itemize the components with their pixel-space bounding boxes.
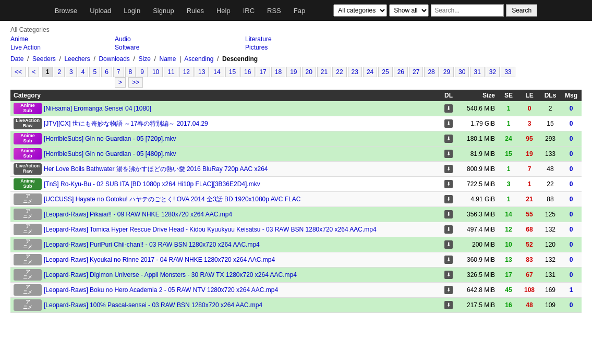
nav-rss[interactable]: RSS xyxy=(267,7,281,15)
category-badge[interactable]: アニメ xyxy=(14,254,42,265)
sort-size[interactable]: Size xyxy=(139,55,151,63)
category-badge[interactable]: LiveActionRaw xyxy=(14,163,42,175)
page-7[interactable]: 7 xyxy=(113,67,124,77)
download-button[interactable]: ⬇ xyxy=(444,195,453,203)
page-18[interactable]: 18 xyxy=(271,67,285,77)
category-badge[interactable]: アニメ xyxy=(14,239,42,250)
download-button[interactable]: ⬇ xyxy=(444,240,453,249)
category-badge[interactable]: LiveActionRaw xyxy=(14,118,42,129)
torrent-title[interactable]: [Leopard-Raws] Digimon Universe - Appli … xyxy=(44,271,297,278)
cat-anime[interactable]: Anime xyxy=(10,35,115,43)
cat-literature[interactable]: Literature xyxy=(245,35,376,43)
page-32[interactable]: 32 xyxy=(486,67,500,77)
nav-upload[interactable]: Upload xyxy=(90,7,111,15)
sort-seeders[interactable]: Seeders xyxy=(32,55,56,63)
nav-login[interactable]: Login xyxy=(124,7,140,15)
page-20[interactable]: 20 xyxy=(302,67,316,77)
torrent-title[interactable]: [Leopard-Raws] 100% Pascal-sensei - 03 R… xyxy=(44,301,262,309)
download-button[interactable]: ⬇ xyxy=(444,225,453,234)
page-13[interactable]: 13 xyxy=(195,67,209,77)
torrent-title[interactable]: [TnS] Ro-Kyu-Bu - 02 SUB ITA [BD 1080p x… xyxy=(44,180,260,188)
page-14[interactable]: 14 xyxy=(210,67,224,77)
torrent-title[interactable]: [Leopard-Raws] Tomica Hyper Rescue Drive… xyxy=(44,226,377,233)
show-select[interactable]: Show all xyxy=(389,4,429,17)
cat-liveaction[interactable]: Live Action xyxy=(10,44,115,51)
category-badge[interactable]: アニメ xyxy=(14,224,42,235)
sort-downloads[interactable]: Downloads xyxy=(99,55,129,63)
page-24[interactable]: 24 xyxy=(363,67,377,77)
nav-signup[interactable]: Signup xyxy=(153,7,174,15)
page-4[interactable]: 4 xyxy=(78,67,89,77)
page-26[interactable]: 26 xyxy=(394,67,408,77)
page-3[interactable]: 3 xyxy=(66,67,77,77)
page-6[interactable]: 6 xyxy=(101,67,112,77)
download-button[interactable]: ⬇ xyxy=(444,210,453,219)
category-badge[interactable]: アニメ xyxy=(14,299,42,311)
download-button[interactable]: ⬇ xyxy=(444,150,453,158)
page-33[interactable]: 33 xyxy=(501,67,515,77)
page-19[interactable]: 19 xyxy=(286,67,300,77)
page-28[interactable]: 28 xyxy=(424,67,438,77)
page-25[interactable]: 25 xyxy=(378,67,392,77)
category-badge[interactable]: アニメ xyxy=(14,269,42,281)
torrent-title[interactable]: [JTV][CX] 世にも奇妙な物語 ～17春の特別編～ 2017.04.29 xyxy=(44,119,208,128)
category-badge[interactable]: アニメ xyxy=(14,193,42,205)
sort-name[interactable]: Name xyxy=(160,55,176,63)
page-8[interactable]: 8 xyxy=(125,67,136,77)
nav-fap[interactable]: Fap xyxy=(294,7,305,15)
sort-ascending[interactable]: Ascending xyxy=(184,55,213,63)
category-badge[interactable]: AnimeSub xyxy=(14,178,42,190)
nav-browse[interactable]: Browse xyxy=(55,7,77,15)
download-button[interactable]: ⬇ xyxy=(444,286,453,294)
nav-help[interactable]: Help xyxy=(216,7,231,15)
page-31[interactable]: 31 xyxy=(470,67,484,77)
torrent-title[interactable]: [Leopard-Raws] Kyoukai no Rinne 2017 - 0… xyxy=(44,256,275,263)
all-categories-link[interactable]: All Categories xyxy=(10,26,50,33)
download-button[interactable]: ⬇ xyxy=(444,271,453,279)
torrent-title[interactable]: [HorribleSubs] Gin no Guardian - 05 [720… xyxy=(44,135,176,142)
cat-pictures[interactable]: Pictures xyxy=(245,44,376,51)
page-2[interactable]: 2 xyxy=(54,67,65,77)
torrent-title[interactable]: [Leopard-Raws] PuriPuri Chii-chan!! - 03… xyxy=(44,241,260,248)
page-21[interactable]: 21 xyxy=(317,67,331,77)
page-30[interactable]: 30 xyxy=(455,67,469,77)
cat-software[interactable]: Software xyxy=(115,44,245,51)
page-next[interactable]: > xyxy=(115,77,126,88)
page-1[interactable]: 1 xyxy=(42,67,53,77)
page-prev[interactable]: < xyxy=(28,67,39,77)
download-button[interactable]: ⬇ xyxy=(444,165,453,173)
sort-date[interactable]: Date xyxy=(10,55,23,63)
sort-leechers[interactable]: Leechers xyxy=(64,55,90,63)
category-select[interactable]: All categories xyxy=(333,4,387,17)
cat-audio[interactable]: Audio xyxy=(115,35,245,43)
nav-irc[interactable]: IRC xyxy=(243,7,255,15)
page-29[interactable]: 29 xyxy=(440,67,454,77)
page-15[interactable]: 15 xyxy=(225,67,239,77)
page-27[interactable]: 27 xyxy=(409,67,423,77)
torrent-title[interactable]: [Leopard-Raws] Pikaiai!! - 09 RAW NHKE 1… xyxy=(44,211,232,218)
page-prev-prev[interactable]: << xyxy=(11,67,26,77)
torrent-title[interactable]: [Nii-sama] Eromanga Sensei 04 [1080] xyxy=(44,105,151,112)
download-button[interactable]: ⬇ xyxy=(444,301,453,309)
page-9[interactable]: 9 xyxy=(137,67,148,77)
torrent-title[interactable]: [HorribleSubs] Gin no Guardian - 05 [480… xyxy=(44,150,176,157)
download-button[interactable]: ⬇ xyxy=(444,104,453,113)
page-11[interactable]: 11 xyxy=(164,67,178,77)
page-5[interactable]: 5 xyxy=(89,67,100,77)
download-button[interactable]: ⬇ xyxy=(444,119,453,128)
page-23[interactable]: 23 xyxy=(348,67,362,77)
search-button[interactable]: Search xyxy=(506,4,537,17)
torrent-title[interactable]: [Leopard-Raws] Boku no Hero Academia 2 -… xyxy=(44,286,278,294)
page-next-next[interactable]: >> xyxy=(128,77,143,88)
page-12[interactable]: 12 xyxy=(179,67,194,77)
category-badge[interactable]: AnimeSub xyxy=(14,148,42,160)
search-input[interactable] xyxy=(431,4,504,17)
category-badge[interactable]: AnimeSub xyxy=(14,133,42,144)
download-button[interactable]: ⬇ xyxy=(444,180,453,188)
category-badge[interactable]: アニメ xyxy=(14,209,42,220)
category-badge[interactable]: アニメ xyxy=(14,284,42,296)
torrent-title[interactable]: [UCCUSS] Hayate no Gotoku! ハヤテのごとく! OVA … xyxy=(44,195,300,204)
nav-rules[interactable]: Rules xyxy=(187,7,204,15)
page-22[interactable]: 22 xyxy=(332,67,346,77)
download-button[interactable]: ⬇ xyxy=(444,256,453,264)
